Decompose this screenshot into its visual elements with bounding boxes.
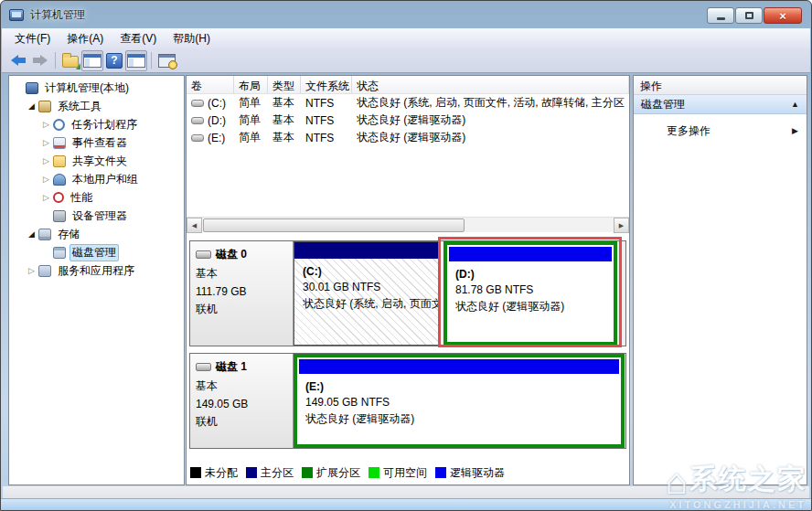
tree-item-device-manager[interactable]: 设备管理器	[9, 207, 184, 225]
device-manager-icon	[53, 210, 66, 222]
volume-list-header: 卷 布局 类型 文件系统 状态	[187, 76, 629, 94]
legend-swatch	[369, 467, 379, 478]
more-actions-item[interactable]: 更多操作 ▶	[634, 120, 807, 142]
disk-1-row: 磁盘 1 基本 149.05 GB 联机 (E:) 149.05 GB NTFS…	[189, 353, 626, 449]
collapse-arrow-icon[interactable]: ▷	[40, 193, 52, 202]
partition-e[interactable]: (E:) 149.05 GB NTFS 状态良好 (逻辑驱动器)	[294, 354, 625, 448]
legend-swatch	[190, 467, 201, 478]
legend-swatch	[302, 467, 313, 478]
volume-icon	[191, 100, 204, 107]
scrollbar-thumb[interactable]	[203, 218, 465, 232]
tree-item-local-users-groups[interactable]: ▷ 本地用户和组	[9, 170, 184, 188]
expand-arrow-icon[interactable]: ◢	[26, 101, 37, 111]
maximize-button[interactable]	[735, 7, 763, 24]
storage-icon	[38, 229, 51, 240]
help-icon: ?	[106, 53, 123, 69]
close-icon: ×	[779, 9, 786, 23]
legend-unallocated: 未分配	[190, 465, 238, 481]
volume-row-d[interactable]: (D:) 简单 基本 NTFS 状态良好 (逻辑驱动器)	[187, 112, 629, 129]
tree-item-performance[interactable]: ▷ 性能	[9, 188, 184, 207]
tree-item-task-scheduler[interactable]: ▷ 任务计划程序	[9, 115, 184, 133]
minimize-button[interactable]	[707, 7, 734, 24]
disk-management-tool-button[interactable]	[155, 50, 177, 71]
collapse-arrow-icon[interactable]: ▷	[40, 138, 52, 147]
watermark-sub-text: XITONGZHIJIA.NET	[666, 500, 807, 510]
scroll-left-button[interactable]: ◀	[187, 218, 202, 233]
menu-view[interactable]: 查看(V)	[112, 28, 165, 49]
highlight-box-partition-d	[438, 237, 622, 347]
toolbar: ?	[2, 48, 810, 73]
actions-title: 操作	[634, 76, 807, 95]
scroll-right-button[interactable]: ▶	[614, 218, 629, 233]
back-button[interactable]	[7, 50, 29, 71]
title-bar: 计算机管理	[1, 1, 811, 28]
collapse-arrow-icon[interactable]: ▷	[40, 120, 52, 129]
task-scheduler-icon	[53, 119, 65, 131]
volume-row-c[interactable]: (C:) 简单 基本 NTFS 状态良好 (系统, 启动, 页面文件, 活动, …	[187, 94, 629, 112]
column-type[interactable]: 类型	[268, 76, 301, 93]
disk-type: 基本	[196, 266, 287, 282]
toolbar-separator	[55, 52, 56, 69]
disk-drive-icon	[196, 363, 211, 371]
legend-swatch	[435, 467, 446, 478]
partition-c[interactable]: (C:) 30.01 GB NTFS 状态良好 (系统, 启动, 页面文	[294, 241, 440, 346]
menu-file[interactable]: 文件(F)	[6, 28, 59, 49]
submenu-chevron-icon: ▶	[792, 126, 798, 135]
export-folder-icon	[62, 56, 79, 68]
console-tree-icon	[83, 54, 102, 68]
tree-item-event-viewer[interactable]: ▷ 事件查看器	[9, 133, 184, 152]
partition-legend: 未分配 主分区 扩展分区 可用空间 逻辑驱动器	[190, 465, 513, 480]
export-list-button[interactable]	[59, 50, 81, 71]
expand-arrow-icon[interactable]: ◢	[26, 229, 37, 239]
collapse-section-icon[interactable]: ▲	[791, 100, 799, 109]
help-button[interactable]: ?	[103, 50, 125, 71]
disk-settings-icon	[158, 54, 176, 68]
disk-size: 149.05 GB	[196, 398, 287, 410]
legend-primary-partition: 主分区	[246, 465, 294, 481]
console-tree-pane: 计算机管理(本地) ◢ 系统工具 ▷ 任务计划程序 ▷ 事件查看器 ▷ 共享文件…	[8, 75, 185, 485]
column-filesystem[interactable]: 文件系统	[301, 76, 352, 93]
column-status[interactable]: 状态	[352, 76, 629, 93]
tree-item-services-applications[interactable]: ▷ 服务和应用程序	[9, 261, 184, 280]
computer-management-window: 计算机管理 × 文件(F) 操作(A) 查看(V) 帮助(H) ? 计算机管理(…	[0, 0, 812, 511]
column-volume[interactable]: 卷	[187, 76, 234, 93]
horizontal-scrollbar[interactable]: ◀ ▶	[187, 217, 629, 232]
show-action-pane-button[interactable]	[125, 50, 147, 71]
watermark-main-text: 系统之家	[689, 463, 807, 494]
actions-pane: 操作 磁盘管理 ▲ 更多操作 ▶	[633, 75, 807, 485]
disk-type: 基本	[196, 378, 287, 394]
show-console-tree-button[interactable]	[81, 50, 103, 71]
tree-item-computer-management[interactable]: 计算机管理(本地)	[9, 79, 184, 97]
shared-folders-icon	[53, 155, 66, 167]
local-users-icon	[53, 174, 66, 186]
disk-status: 联机	[196, 414, 287, 430]
menu-help[interactable]: 帮助(H)	[165, 28, 219, 49]
disk-management-icon	[53, 247, 66, 259]
column-layout[interactable]: 布局	[234, 76, 268, 93]
tree-item-storage[interactable]: ◢ 存储	[9, 225, 184, 243]
legend-swatch	[246, 467, 257, 478]
watermark: ⌂系统之家 XITONGZHIJIA.NET	[666, 463, 807, 510]
services-icon	[38, 265, 51, 277]
forward-button[interactable]	[29, 50, 51, 71]
tree-item-shared-folders[interactable]: ▷ 共享文件夹	[9, 152, 184, 170]
close-button[interactable]: ×	[764, 7, 802, 24]
event-viewer-icon	[53, 137, 66, 149]
legend-free-space: 可用空间	[369, 465, 427, 481]
volume-icon	[191, 117, 204, 124]
menu-action[interactable]: 操作(A)	[59, 28, 112, 49]
disk-size: 111.79 GB	[196, 285, 287, 298]
volume-row-e[interactable]: (E:) 简单 基本 NTFS 状态良好 (逻辑驱动器)	[187, 129, 629, 146]
tree-item-disk-management[interactable]: 磁盘管理	[9, 243, 184, 261]
collapse-arrow-icon[interactable]: ▷	[26, 266, 37, 275]
house-logo-icon: ⌂	[666, 461, 688, 501]
minimize-icon	[717, 17, 725, 20]
tree-item-system-tools[interactable]: ◢ 系统工具	[9, 97, 184, 115]
performance-icon	[53, 192, 64, 203]
disk-1-info[interactable]: 磁盘 1 基本 149.05 GB 联机	[190, 354, 294, 448]
actions-section-disk-management[interactable]: 磁盘管理 ▲	[634, 95, 807, 114]
collapse-arrow-icon[interactable]: ▷	[40, 175, 52, 184]
system-tools-icon	[38, 101, 51, 112]
collapse-arrow-icon[interactable]: ▷	[40, 156, 52, 165]
disk-0-info[interactable]: 磁盘 0 基本 111.79 GB 联机	[190, 241, 294, 346]
